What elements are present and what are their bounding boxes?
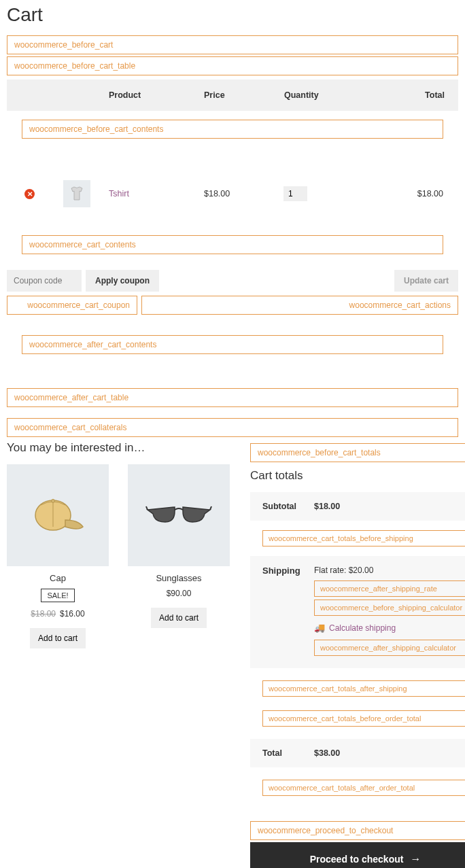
shipping-label: Shipping (262, 566, 314, 659)
item-total: $18.00 (364, 189, 458, 198)
arrow-right-icon: → (410, 853, 421, 865)
hook-before-cart-totals: woocommerce_before_cart_totals (250, 443, 465, 462)
subtotal-label: Subtotal (262, 502, 314, 511)
svg-point-1 (52, 500, 55, 503)
cart-item-row: ✕ Tshirt $18.00 $18.00 (7, 168, 458, 220)
hook-after-cart-table: woocommerce_after_cart_table (7, 388, 458, 407)
product-card[interactable]: Sunglasses $90.00 Add to cart (128, 464, 230, 648)
hook-before-cart-table: woocommerce_before_cart_table (7, 56, 458, 75)
product-name: Cap (7, 573, 109, 583)
product-thumbnail[interactable] (63, 180, 90, 207)
product-name-link[interactable]: Tshirt (109, 189, 204, 198)
proceed-to-checkout-button[interactable]: Proceed to checkout → (250, 842, 465, 868)
th-total: Total (364, 90, 458, 100)
sale-badge: SALE! (41, 589, 74, 602)
hook-before-cart: woocommerce_before_cart (7, 35, 458, 54)
hook-totals-before-shipping: woocommerce_cart_totals_before_shipping (262, 530, 465, 546)
subtotal-value: $18.00 (314, 502, 465, 511)
calculate-shipping-link[interactable]: 🚚 Calculate shipping (314, 619, 465, 637)
old-price: $18.00 (31, 609, 56, 619)
add-to-cart-button[interactable]: Add to cart (30, 628, 86, 648)
apply-coupon-button[interactable]: Apply coupon (86, 270, 159, 292)
hook-totals-after-order-total: woocommerce_cart_totals_after_order_tota… (262, 780, 465, 796)
hook-cart-coupon: woocommerce_cart_coupon (7, 296, 137, 315)
cart-table-header: Product Price Quantity Total (7, 80, 458, 111)
current-price: $16.00 (60, 609, 85, 619)
truck-icon: 🚚 (314, 623, 325, 633)
cart-actions: Apply coupon Update cart (7, 270, 458, 292)
th-quantity: Quantity (284, 90, 364, 100)
cap-icon (27, 491, 88, 539)
th-price: Price (204, 90, 284, 100)
remove-item-icon[interactable]: ✕ (24, 189, 35, 199)
total-label: Total (262, 748, 314, 758)
total-value: $38.00 (314, 748, 465, 758)
update-cart-button[interactable]: Update cart (394, 270, 458, 292)
product-image (7, 464, 109, 566)
product-card[interactable]: Cap SALE! $18.00$16.00 Add to cart (7, 464, 109, 648)
hook-after-shipping-calculator: woocommerce_after_shipping_calculator (314, 640, 465, 656)
add-to-cart-button[interactable]: Add to cart (151, 608, 207, 628)
shipping-row: Shipping Flat rate: $20.00 woocommerce_a… (250, 556, 465, 668)
cart-totals-heading: Cart totals (250, 469, 465, 483)
cross-sell-heading: You may be interested in… (7, 441, 230, 455)
hook-cart-collaterals: woocommerce_cart_collaterals (7, 418, 458, 437)
tshirt-icon (68, 185, 86, 203)
hook-totals-after-shipping: woocommerce_cart_totals_after_shipping (262, 680, 465, 697)
hook-proceed-to-checkout: woocommerce_proceed_to_checkout (250, 821, 465, 840)
product-name: Sunglasses (128, 573, 230, 583)
hook-before-cart-contents: woocommerce_before_cart_contents (22, 120, 443, 139)
hook-cart-contents: woocommerce_cart_contents (22, 235, 443, 254)
coupon-code-input[interactable] (7, 270, 82, 292)
hook-after-shipping-rate: woocommerce_after_shipping_rate (314, 580, 465, 597)
hook-totals-before-order-total: woocommerce_cart_totals_before_order_tot… (262, 710, 465, 727)
hook-before-shipping-calculator: woocommerce_before_shipping_calculator (314, 600, 465, 616)
page-title: Cart (7, 4, 458, 26)
product-price: $90.00 (128, 589, 230, 598)
sunglasses-icon (145, 502, 213, 529)
hook-cart-actions: woocommerce_cart_actions (141, 296, 458, 315)
hook-after-cart-contents: woocommerce_after_cart_contents (22, 335, 443, 354)
item-price: $18.00 (204, 189, 283, 198)
quantity-input[interactable] (283, 186, 307, 201)
subtotal-row: Subtotal $18.00 (250, 492, 465, 521)
product-price: $18.00$16.00 (7, 609, 109, 619)
product-image (128, 464, 230, 566)
th-product: Product (109, 90, 204, 100)
total-row: Total $38.00 (250, 739, 465, 767)
shipping-rate: Flat rate: $20.00 (314, 566, 465, 575)
